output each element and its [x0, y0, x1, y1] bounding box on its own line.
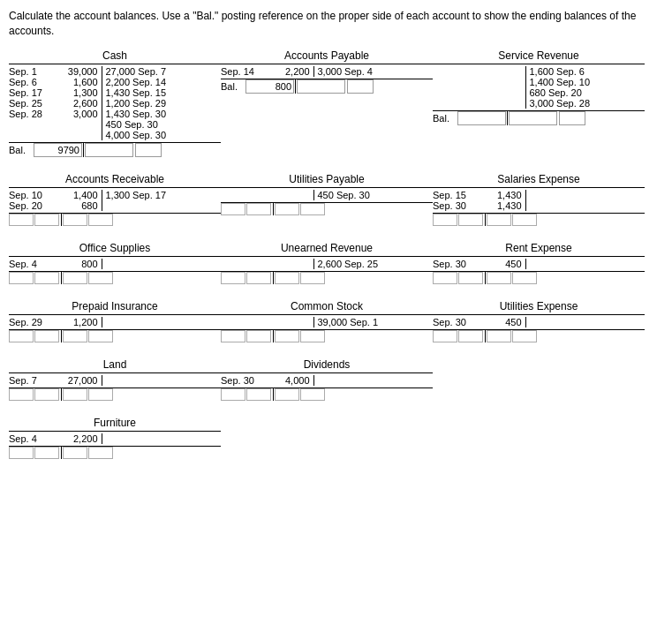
small-input-3[interactable]: [300, 388, 325, 401]
entry-date-left: Sep. 29: [9, 317, 53, 327]
entry-value-left: 27,000: [53, 375, 102, 386]
entry-row: Sep. 30450: [433, 317, 645, 327]
small-input-1[interactable]: [34, 388, 59, 401]
small-input-3[interactable]: [88, 214, 113, 226]
entry-value-left: 4,000: [265, 375, 313, 386]
small-input-2[interactable]: [63, 214, 87, 226]
balance-input-right[interactable]: [509, 111, 557, 125]
small-input-2[interactable]: [275, 203, 299, 215]
small-input-1[interactable]: [34, 330, 59, 342]
small-input-0[interactable]: [433, 214, 457, 226]
balance-row: [9, 446, 221, 459]
small-input-0[interactable]: [433, 272, 457, 284]
small-input-1[interactable]: [458, 330, 483, 342]
small-input-1[interactable]: [458, 214, 483, 226]
small-input-1[interactable]: [34, 447, 59, 459]
small-input-3[interactable]: [88, 388, 113, 401]
entry-row: 3,000 Sep. 28: [433, 98, 645, 109]
entry-value-right: 1,300 Sep. 17: [102, 190, 221, 200]
account-block: Utilities ExpenseSep. 30450: [433, 300, 645, 342]
small-input-0[interactable]: [9, 330, 34, 342]
small-input-3[interactable]: [512, 214, 537, 226]
small-input-0[interactable]: [9, 214, 34, 226]
small-input-2[interactable]: [275, 330, 299, 342]
account-block: CashSep. 139,00027,000 Sep. 7Sep. 61,600…: [9, 49, 221, 157]
entry-date-left: [221, 259, 265, 269]
small-input-3[interactable]: [88, 447, 113, 459]
entry-row: 4,000 Sep. 30: [9, 130, 221, 140]
small-input-3[interactable]: [88, 330, 113, 342]
small-input-2[interactable]: [63, 330, 87, 342]
balance-input-left[interactable]: [457, 111, 506, 125]
entry-row: 450 Sep. 30: [221, 190, 433, 200]
small-input-1[interactable]: [34, 214, 59, 226]
small-input-1[interactable]: [34, 272, 59, 284]
small-input-2[interactable]: [275, 272, 299, 284]
balance-input-left[interactable]: [245, 79, 294, 94]
small-input-2[interactable]: [275, 388, 299, 401]
entry-row: Sep. 727,000: [9, 375, 221, 386]
balance-row: Bal.: [9, 142, 221, 157]
small-input-0[interactable]: [221, 330, 245, 342]
account-block: LandSep. 727,000: [9, 358, 221, 401]
entry-value-left: [477, 66, 525, 77]
entry-value-left: [265, 190, 313, 200]
small-input-2[interactable]: [63, 447, 87, 459]
small-input-2[interactable]: [487, 330, 511, 342]
small-input-0[interactable]: [9, 272, 34, 284]
entry-value-right: 2,600 Sep. 25: [313, 259, 433, 269]
balance-label: Bal.: [9, 145, 34, 155]
account-title: Utilities Expense: [433, 300, 645, 315]
entry-row: Sep. 20680: [9, 200, 221, 211]
small-input-2[interactable]: [63, 272, 87, 284]
entry-date-left: Sep. 30: [433, 200, 477, 211]
account-block: DividendsSep. 304,000: [221, 358, 433, 401]
small-input-2[interactable]: [63, 388, 87, 401]
small-input-1[interactable]: [458, 272, 483, 284]
small-input-2[interactable]: [487, 214, 511, 226]
account-title: Dividends: [221, 358, 433, 373]
balance-input-extra[interactable]: [559, 111, 585, 125]
entry-value-right: [102, 375, 221, 386]
balance-input-left[interactable]: [34, 143, 82, 157]
account-title: Office Supplies: [9, 242, 221, 257]
small-input-3[interactable]: [512, 272, 537, 284]
small-input-1[interactable]: [246, 272, 271, 284]
balance-label: Bal.: [221, 81, 245, 92]
small-input-3[interactable]: [300, 272, 325, 284]
account-block: Salaries ExpenseSep. 151,430Sep. 301,430: [433, 173, 645, 226]
small-input-3[interactable]: [512, 330, 537, 342]
balance-input-right[interactable]: [85, 143, 133, 157]
small-input-3[interactable]: [300, 203, 325, 215]
entry-date-left: Sep. 30: [221, 375, 265, 386]
small-input-1[interactable]: [246, 388, 271, 401]
account-title: Service Revenue: [433, 49, 645, 64]
account-title: Accounts Receivable: [9, 173, 221, 188]
entry-value-left: 1,430: [477, 190, 525, 200]
small-input-0[interactable]: [9, 447, 34, 459]
small-input-3[interactable]: [300, 330, 325, 342]
entry-value-right: [102, 433, 221, 444]
account-row: LandSep. 727,000DividendsSep. 304,000: [9, 358, 663, 401]
balance-input-right[interactable]: [297, 79, 345, 94]
small-input-0[interactable]: [221, 272, 245, 284]
balance-input-extra[interactable]: [347, 79, 374, 94]
small-input-0[interactable]: [221, 388, 245, 401]
balance-row: Bal.: [433, 110, 645, 125]
small-input-1[interactable]: [246, 203, 271, 215]
small-input-0[interactable]: [9, 388, 34, 401]
account-title: Common Stock: [221, 300, 433, 315]
small-input-0[interactable]: [221, 203, 245, 215]
balance-row: [433, 329, 645, 342]
small-input-2[interactable]: [487, 272, 511, 284]
entry-value-right: 1,430 Sep. 30: [102, 109, 221, 119]
small-input-3[interactable]: [88, 272, 113, 284]
small-input-0[interactable]: [433, 330, 457, 342]
balance-divider: [295, 79, 296, 94]
entry-value-left: [53, 130, 102, 140]
small-input-1[interactable]: [246, 330, 271, 342]
entry-date-left: Sep. 14: [221, 66, 265, 77]
entry-row: Sep. 151,430: [433, 190, 645, 200]
entry-row: 39,000 Sep. 1: [221, 317, 433, 327]
balance-input-extra[interactable]: [135, 143, 162, 157]
